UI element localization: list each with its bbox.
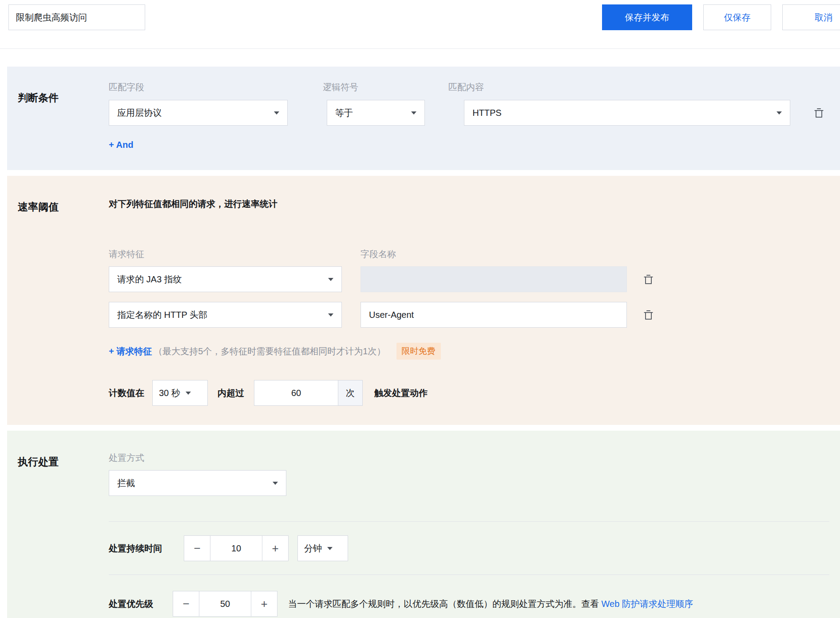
action-method-value: 拦截 <box>117 477 135 489</box>
delete-condition-button[interactable] <box>810 100 828 126</box>
duration-label: 处置持续时间 <box>109 543 184 555</box>
match-field-label: 匹配字段 <box>109 81 303 93</box>
action-section: 执行处置 处置方式 拦截 处置持续时间 − 10 + 分钟 处置优先级 − <box>7 431 840 618</box>
feature-select-ja3[interactable]: 请求的 JA3 指纹 <box>109 266 342 292</box>
cancel-button[interactable]: 取消 <box>782 4 840 30</box>
rate-intro-text: 对下列特征值都相同的请求，进行速率统计 <box>109 198 829 210</box>
trigger-action-label: 触发处置动作 <box>374 387 428 399</box>
threshold-unit-label: 次 <box>338 380 363 406</box>
count-prefix-label: 计数值在 <box>109 387 144 399</box>
priority-label: 处置优先级 <box>109 598 173 610</box>
chevron-down-icon <box>274 111 279 115</box>
chevron-down-icon <box>328 278 333 281</box>
match-content-label: 匹配内容 <box>448 81 804 93</box>
condition-section: 判断条件 匹配字段 逻辑符号 匹配内容 应用层协议 等于 HTTPS <box>7 67 840 170</box>
divider <box>109 521 829 522</box>
feature-value: 请求的 JA3 指纹 <box>117 273 182 285</box>
chevron-down-icon <box>411 111 416 115</box>
feature-row: 请求的 JA3 指纹 <box>109 266 829 292</box>
field-name-input-disabled <box>361 266 627 292</box>
period-select[interactable]: 30 秒 <box>152 380 208 406</box>
match-field-select[interactable]: 应用层协议 <box>109 100 288 126</box>
header: 保存并发布 仅保存 取消 <box>0 0 840 49</box>
delete-feature-row-button[interactable] <box>639 302 657 328</box>
field-name-label: 字段名称 <box>361 248 627 260</box>
operator-select[interactable]: 等于 <box>327 100 425 126</box>
rule-name-input[interactable] <box>8 4 145 30</box>
add-feature-hint: （最大支持5个，多特征时需要特征值都相同时才计为1次） <box>154 345 385 357</box>
condition-section-title: 判断条件 <box>7 67 109 170</box>
priority-description: 当一个请求匹配多个规则时，以优先级高（数值低）的规则处置方式为准。查看 Web … <box>288 598 693 610</box>
duration-unit-value: 分钟 <box>304 543 322 555</box>
action-method-label: 处置方式 <box>109 452 829 464</box>
exceed-label: 内超过 <box>218 387 244 399</box>
priority-desc-text: 当一个请求匹配多个规则时，以优先级高（数值低）的规则处置方式为准。查看 <box>288 599 602 609</box>
threshold-input-group: 次 <box>254 380 363 406</box>
chevron-down-icon <box>186 392 191 395</box>
chevron-down-icon <box>273 482 278 485</box>
free-trial-badge: 限时免费 <box>396 343 441 360</box>
period-value: 30 秒 <box>159 387 180 399</box>
plus-icon[interactable]: + <box>251 591 277 616</box>
rate-section-title: 速率阈值 <box>7 176 109 425</box>
field-name-input[interactable] <box>361 302 627 328</box>
trash-icon <box>642 273 654 285</box>
match-field-value: 应用层协议 <box>117 107 162 119</box>
duration-unit-select[interactable]: 分钟 <box>297 535 348 561</box>
operator-value: 等于 <box>335 107 353 119</box>
feature-select-http-header[interactable]: 指定名称的 HTTP 头部 <box>109 302 342 328</box>
match-content-value: HTTPS <box>472 108 502 118</box>
header-actions: 保存并发布 仅保存 取消 <box>602 4 840 30</box>
feature-value: 指定名称的 HTTP 头部 <box>117 309 207 321</box>
minus-icon[interactable]: − <box>184 536 210 561</box>
add-feature-link[interactable]: + 请求特征 <box>109 345 152 357</box>
operator-label: 逻辑符号 <box>323 81 429 93</box>
priority-value[interactable]: 50 <box>199 591 251 616</box>
delete-feature-row-button[interactable] <box>639 266 657 292</box>
request-feature-label: 请求特征 <box>109 248 342 260</box>
feature-row: 指定名称的 HTTP 头部 <box>109 302 829 328</box>
action-method-select[interactable]: 拦截 <box>109 470 286 496</box>
waf-order-link[interactable]: Web 防护请求处理顺序 <box>602 599 693 609</box>
chevron-down-icon <box>327 547 333 550</box>
match-content-select[interactable]: HTTPS <box>464 100 790 126</box>
duration-value[interactable]: 10 <box>210 536 262 561</box>
action-section-title: 执行处置 <box>7 431 109 618</box>
priority-stepper: − 50 + <box>173 591 277 617</box>
plus-icon[interactable]: + <box>262 536 288 561</box>
add-and-condition-link[interactable]: + And <box>109 140 829 150</box>
save-only-button[interactable]: 仅保存 <box>703 4 771 30</box>
save-and-publish-button[interactable]: 保存并发布 <box>602 4 692 30</box>
chevron-down-icon <box>777 111 782 115</box>
duration-stepper: − 10 + <box>184 535 289 561</box>
chevron-down-icon <box>328 313 333 317</box>
trash-icon <box>813 107 825 119</box>
minus-icon[interactable]: − <box>173 591 199 616</box>
rate-threshold-section: 速率阈值 对下列特征值都相同的请求，进行速率统计 请求特征 字段名称 请求的 J… <box>7 176 840 425</box>
threshold-input[interactable] <box>254 380 338 406</box>
trash-icon <box>642 309 654 321</box>
divider <box>109 574 829 575</box>
